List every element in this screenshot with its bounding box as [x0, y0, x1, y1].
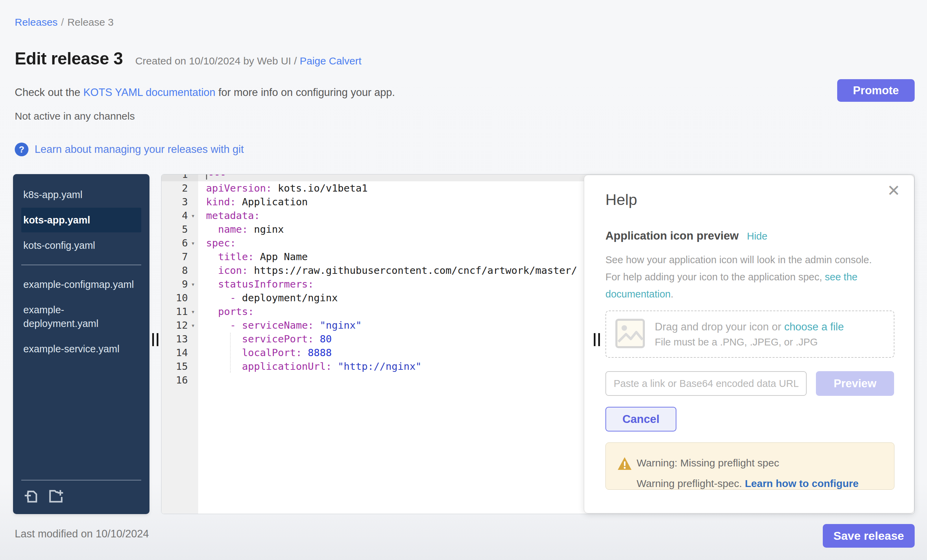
cancel-button[interactable]: Cancel [605, 407, 676, 431]
code-text: - deployment/nginx [198, 291, 338, 305]
icon-dropzone[interactable]: Drag and drop your icon or choose a file… [605, 311, 894, 358]
created-by-link[interactable]: Paige Calvert [299, 55, 361, 67]
line-number: 3 [161, 195, 198, 209]
preflight-warning-box: Warning: Missing preflight spec Warning … [605, 442, 894, 490]
close-icon[interactable]: ✕ [887, 183, 900, 199]
fold-arrow-icon[interactable]: ▾ [188, 236, 198, 250]
filetree-resize-handle[interactable] [152, 333, 158, 346]
line-number: 12▾ [161, 319, 198, 332]
help-panel-resize-handle[interactable] [594, 333, 600, 346]
preview-button[interactable]: Preview [816, 371, 894, 396]
breadcrumb-current: Release 3 [67, 17, 114, 28]
line-number: 8 [161, 264, 198, 277]
breadcrumb: Releases/Release 3 [15, 17, 114, 28]
code-text: servicePort: 80 [198, 332, 332, 346]
line-number: 7 [161, 250, 198, 264]
code-text: applicationUrl: "http://nginx" [198, 360, 422, 373]
add-file-icon[interactable] [23, 488, 39, 505]
line-number: 16 [161, 373, 198, 387]
dropzone-text: Drag and drop your icon or choose a file… [655, 321, 844, 348]
indent-guide [230, 333, 231, 373]
image-placeholder-icon [615, 319, 645, 350]
fold-arrow-icon[interactable]: ▾ [188, 277, 198, 291]
code-text [198, 373, 206, 387]
created-info: Created on 10/10/2024 by Web UI / Paige … [135, 55, 361, 67]
file-tree-item-k8s-app-yaml[interactable]: k8s-app.yaml [21, 182, 141, 207]
icon-preview-description: See how your application icon will look … [605, 251, 873, 303]
code-text: ports: [198, 305, 254, 319]
dropzone-text-pre: Drag and drop your icon or [655, 321, 784, 333]
file-tree-item-example-service-yaml[interactable]: example-service.yaml [21, 337, 141, 361]
file-tree-item-example-deployment-yaml[interactable]: example-deployment.yaml [21, 297, 141, 336]
code-text: --- [198, 174, 226, 181]
text-cursor [206, 174, 207, 180]
file-tree-footer-divider [21, 480, 141, 481]
promote-button[interactable]: Promote [837, 79, 915, 102]
description-period: . [670, 288, 673, 299]
line-number: 11▾ [161, 305, 198, 319]
line-number: 4▾ [161, 209, 198, 222]
line-number: 15 [161, 360, 198, 373]
last-modified-text: Last modified on 10/10/2024 [15, 528, 149, 540]
line-number: 10 [161, 291, 198, 305]
code-text: spec: [198, 236, 236, 250]
created-text: Created on 10/10/2024 by Web UI / [135, 55, 299, 67]
code-text: title: App Name [198, 250, 308, 264]
line-number: 9▾ [161, 277, 198, 291]
help-panel: ✕ Help Application icon preview Hide See… [584, 175, 914, 513]
code-text: - serviceName: "nginx" [198, 319, 362, 332]
git-help-link[interactable]: Learn about managing your releases with … [35, 143, 244, 156]
code-text: apiVersion: kots.io/v1beta1 [198, 181, 368, 195]
code-text: name: nginx [198, 222, 284, 236]
help-panel-title: Help [605, 191, 637, 209]
doc-text-post: for more info on configuring your app. [215, 87, 395, 99]
file-tree-footer [21, 480, 141, 507]
file-tree-item-example-configmap-yaml[interactable]: example-configmap.yaml [21, 272, 141, 297]
choose-a-file-link[interactable]: choose a file [784, 321, 844, 333]
title-row: Edit release 3 Created on 10/10/2024 by … [15, 49, 361, 68]
icon-preview-title: Application icon preview [605, 229, 739, 242]
fold-arrow-icon[interactable]: ▾ [188, 209, 198, 222]
line-number: 2 [161, 181, 198, 195]
warning-title: Warning: Missing preflight spec [637, 457, 779, 469]
code-text: statusInformers: [198, 277, 314, 291]
icon-preview-section-header: Application icon preview Hide [605, 229, 767, 242]
doc-text-pre: Check out the [15, 87, 83, 99]
code-text: icon: https://raw.githubusercontent.com/… [198, 264, 577, 277]
icon-url-input[interactable] [605, 371, 807, 396]
warning-detail-text: Warning preflight-spec. [637, 478, 745, 489]
file-tree-item-kots-app-yaml[interactable]: kots-app.yaml [21, 208, 141, 232]
breadcrumb-separator: / [61, 17, 64, 28]
kots-yaml-doc-link[interactable]: KOTS YAML documentation [83, 87, 215, 99]
channel-status: Not active in any channels [15, 110, 135, 122]
save-release-button[interactable]: Save release [823, 524, 915, 548]
line-number: 6▾ [161, 236, 198, 250]
code-text: metadata: [198, 209, 260, 222]
fold-arrow-icon[interactable]: ▾ [188, 305, 198, 319]
warning-triangle-icon [617, 457, 632, 472]
line-number: 1 [161, 174, 198, 181]
warning-detail: Warning preflight-spec. Learn how to con… [637, 478, 859, 489]
git-help-row: ? Learn about managing your releases wit… [15, 143, 244, 156]
hide-link[interactable]: Hide [747, 231, 767, 242]
file-tree-sidebar: k8s-app.yamlkots-app.yamlkots-config.yam… [13, 174, 149, 514]
code-text: localPort: 8888 [198, 346, 332, 360]
question-mark-icon: ? [15, 143, 29, 156]
add-folder-icon[interactable] [48, 488, 64, 505]
line-number: 13 [161, 332, 198, 346]
dropzone-file-requirements: File must be a .PNG, .JPEG, or .JPG [655, 337, 844, 348]
code-text: kind: Application [198, 195, 308, 209]
learn-how-to-configure-link[interactable]: Learn how to configure [745, 478, 859, 489]
edit-release-page: Releases/Release 3 Edit release 3 Create… [0, 0, 927, 560]
file-tree-divider [21, 264, 141, 265]
line-number: 5 [161, 222, 198, 236]
fold-arrow-icon[interactable]: ▾ [188, 319, 198, 332]
doc-row: Check out the KOTS YAML documentation fo… [15, 87, 395, 99]
file-tree-items: k8s-app.yamlkots-app.yamlkots-config.yam… [13, 182, 149, 361]
line-number: 14 [161, 346, 198, 360]
breadcrumb-releases-link[interactable]: Releases [15, 17, 58, 28]
file-tree-item-kots-config-yaml[interactable]: kots-config.yaml [21, 233, 141, 258]
page-title: Edit release 3 [15, 49, 123, 68]
